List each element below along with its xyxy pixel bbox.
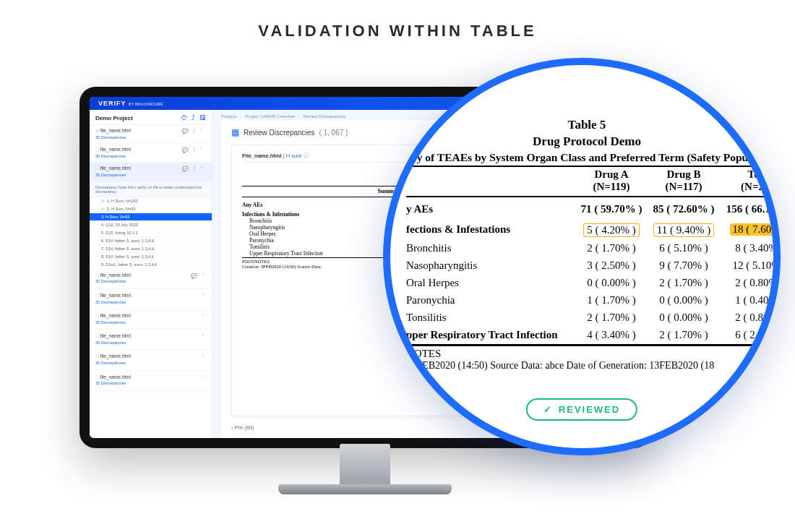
prev-button[interactable]: ‹ Pre (80) <box>231 424 254 431</box>
info-icon[interactable]: i <box>304 153 309 158</box>
table-row: Tonsilitis2 ( 1.70% )0 ( 0.00% )2 ( 0.80… <box>406 309 768 327</box>
sidebar-file-item[interactable]: ☐ file_name.html💬 ⤴ ˅35 Discrepancies <box>90 144 212 163</box>
reviewed-badge[interactable]: REVIEWED <box>526 398 637 421</box>
sidebar-file-item[interactable]: ☐ file_name.html˅35 Discrepancies <box>90 309 212 330</box>
brand-subtext: BY BEACONCURE <box>129 102 163 106</box>
discrepancy-note: Discrepancy Note from verify on file to … <box>90 182 212 197</box>
sidebar-file-item[interactable]: ☐ file_name.html💬 ⤴ ˅35 Discrepancies <box>90 163 212 181</box>
file-name: File_name.html <box>242 153 282 159</box>
table-row: fections & Infestations5 ( 4.20% )11 ( 9… <box>406 221 768 240</box>
mag-footnotes: NOTES : 3FEB2020 (14:50) Source Data: ab… <box>406 348 768 372</box>
tree-item[interactable]: 1. H Sum, N=192 <box>90 197 212 205</box>
tree-item[interactable]: 9. S1/s1, father S, sons: 1,3,4,6 <box>90 261 212 269</box>
tree-item[interactable]: 3. H Sum, N=93 <box>90 213 212 221</box>
tree-item[interactable]: 5. G10, listing 16.1.1 <box>90 229 212 237</box>
upload-icon[interactable]: ⤴ <box>192 114 195 121</box>
breadcrumb-item: Review Discrepancies <box>304 114 346 119</box>
breadcrumb-item[interactable]: Projects <box>221 114 237 119</box>
tree-item[interactable]: 6. S1V, father S, sons: 1,3,4,6 <box>90 237 212 245</box>
table-row: Oral Herpes0 ( 0.00% )2 ( 1.70% )2 ( 0.8… <box>406 275 768 292</box>
sidebar-file-item[interactable]: ✓ file_name.html💬 ⤴ ˅35 Discrepancies <box>90 125 212 144</box>
table-row: y AEs71 ( 59.70% )85 ( 72.60% )156 ( 66.… <box>406 197 768 221</box>
mag-column-headers: Drug A(N=119) Drug B(N=117) Total(N=236) <box>406 168 768 197</box>
panel-title: Review Discrepancies <box>244 129 314 137</box>
monitor-stand-neck <box>340 444 390 487</box>
sidebar-file-item[interactable]: ☐ file_name.html˅35 Discrepancies <box>90 330 212 350</box>
magnifier-lens: Table 5 Drug Protocol Demo y of TEAEs by… <box>383 58 781 455</box>
sidebar-header: Demo Project ⏱ ⤴ 🖫 <box>90 110 212 125</box>
tree-item[interactable]: 4. Q10, 15 July 2020 <box>90 221 212 229</box>
brand-logo: VERIFY <box>98 100 126 107</box>
sidebar-file-item[interactable]: ☐ file_name.html˅35 Discrepancies <box>90 289 212 309</box>
table-row: Bronchitis2 ( 1.70% )6 ( 5.10% )8 ( 3.40… <box>406 240 768 257</box>
tree-item[interactable]: 8. S1V, father S, sons: 1,3,4,6 <box>90 253 212 261</box>
sidebar-file-item[interactable]: ☐ file_name.html💬 ˅35 Discrepancies <box>90 269 212 289</box>
sidebar: Demo Project ⏱ ⤴ 🖫 ✓ file_name.html💬 ⤴ ˅… <box>90 110 212 438</box>
sidebar-file-item[interactable]: ☐ file_name.html˅35 Discrepancies <box>90 371 212 391</box>
mag-table-body: y AEs71 ( 59.70% )85 ( 72.60% )156 ( 66.… <box>406 197 768 344</box>
discrepancy-count: ( 1, 067 ) <box>319 129 348 137</box>
table-row: Paronychia1 ( 1.70% )0 ( 0.00% )1 ( 0.40… <box>406 292 768 309</box>
file-context[interactable]: | H sum <box>283 153 302 159</box>
mag-title: Table 5 Drug Protocol Demo y of TEAEs by… <box>406 117 768 166</box>
project-title: Demo Project <box>95 115 133 121</box>
tree-item[interactable]: 7. S1V, father S, sons: 1,3,4,6 <box>90 245 212 253</box>
monitor-stand-base <box>278 484 452 494</box>
discrepancy-tree: 1. H Sum, N=1922. H Sum, N=933. H Sum, N… <box>90 197 212 269</box>
table-row: pper Respiratory Tract Infection4 ( 3.40… <box>406 327 768 344</box>
grid-icon: ▦ <box>231 127 239 137</box>
table-row: Nasopharyngitis3 ( 2.50% )9 ( 7.70% )12 … <box>406 257 768 275</box>
breadcrumb-item[interactable]: Project CA0045 Overview <box>245 114 295 119</box>
save-icon[interactable]: 🖫 <box>199 114 206 121</box>
page-title: VALIDATION WITHIN TABLE <box>0 0 795 48</box>
tree-item[interactable]: 2. H Sum, N=93 <box>90 205 212 213</box>
sidebar-file-item[interactable]: ☐ file_name.html˅35 Discrepancies <box>90 350 212 370</box>
clock-icon[interactable]: ⏱ <box>181 114 187 121</box>
